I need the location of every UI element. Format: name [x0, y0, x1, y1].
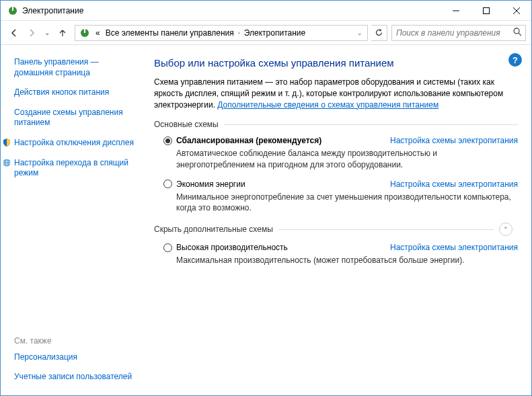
power-options-icon: [79, 28, 90, 38]
chevron-up-icon[interactable]: ⌃: [499, 223, 512, 236]
plan-radio[interactable]: [163, 180, 172, 188]
svg-rect-7: [84, 29, 85, 33]
titlebar: Электропитание: [1, 1, 531, 21]
svg-rect-1: [12, 7, 13, 11]
sidebar-link[interactable]: Персонализация: [14, 352, 135, 363]
plan-settings-link[interactable]: Настройка схемы электропитания: [390, 136, 518, 145]
section-header-main: Основные схемы: [154, 120, 518, 129]
search-input[interactable]: [392, 28, 509, 38]
history-dropdown[interactable]: ⌄: [41, 25, 53, 41]
window-title: Электропитание: [22, 6, 441, 15]
minimize-button[interactable]: [441, 1, 471, 20]
page-heading: Выбор или настройка схемы управления пит…: [154, 57, 518, 69]
see-also-label: См. также: [14, 336, 135, 346]
learn-more-link[interactable]: Дополнительные сведения о схемах управле…: [217, 100, 439, 110]
forward-button[interactable]: [24, 25, 40, 41]
plan-description: Минимальное энергопотребление за счет ум…: [176, 192, 518, 213]
svg-line-9: [519, 33, 521, 36]
address-dropdown[interactable]: ⌄: [354, 30, 366, 36]
svg-rect-3: [483, 7, 489, 13]
back-button[interactable]: [6, 25, 22, 41]
plan-settings-link[interactable]: Настройка схемы электропитания: [390, 243, 518, 252]
power-plan: Экономия энергии Настройка схемы электро…: [163, 180, 518, 213]
plan-radio[interactable]: [163, 243, 172, 252]
up-button[interactable]: [54, 25, 71, 41]
control-panel-home-link[interactable]: Панель управления — домашняя страница: [14, 57, 135, 78]
help-button[interactable]: ?: [508, 53, 522, 67]
search-icon[interactable]: [509, 28, 525, 38]
close-button[interactable]: [501, 1, 531, 20]
power-plan: Высокая производительность Настройка схе…: [163, 243, 518, 266]
svg-point-8: [514, 28, 519, 34]
navbar: ⌄ « Все элементы панели управления › Эле…: [1, 21, 531, 45]
power-options-icon: [7, 5, 18, 16]
chevron-right-icon: ›: [237, 30, 241, 36]
section-header-extra[interactable]: Скрыть дополнительные схемы ⌃: [154, 223, 518, 236]
plan-name[interactable]: Сбалансированная (рекомендуется): [176, 136, 390, 145]
plan-name[interactable]: Высокая производительность: [176, 243, 390, 252]
refresh-button[interactable]: [371, 25, 387, 41]
breadcrumb-seg[interactable]: Все элементы панели управления: [103, 28, 237, 38]
plan-description: Автоматическое соблюдение баланса между …: [176, 148, 518, 169]
shield-icon: [2, 138, 11, 147]
address-bar[interactable]: « Все элементы панели управления › Элект…: [75, 25, 368, 41]
sidebar-link[interactable]: Настройка перехода в спящий режим: [2, 158, 135, 179]
maximize-button[interactable]: [471, 1, 501, 20]
power-plan: Сбалансированная (рекомендуется) Настрой…: [163, 136, 518, 169]
plan-settings-link[interactable]: Настройка схемы электропитания: [390, 180, 518, 189]
breadcrumb-prefix: «: [93, 28, 103, 38]
sidebar-link[interactable]: Действия кнопок питания: [14, 87, 135, 98]
page-description: Схема управления питанием — это набор па…: [154, 77, 518, 110]
sidebar: Панель управления — домашняя страница Де…: [1, 45, 142, 395]
plan-radio[interactable]: [163, 136, 172, 145]
content-area: ? Выбор или настройка схемы управления п…: [142, 45, 531, 395]
sidebar-link-label: Настройка перехода в спящий режим: [14, 158, 135, 179]
sidebar-link-label: Настройка отключения дисплея: [14, 138, 134, 149]
plan-description: Максимальная производительность (может п…: [176, 255, 518, 266]
globe-icon: [2, 158, 11, 167]
breadcrumb-seg[interactable]: Электропитание: [241, 28, 308, 38]
sidebar-link[interactable]: Настройка отключения дисплея: [2, 138, 135, 149]
sidebar-link[interactable]: Создание схемы управления питанием: [14, 108, 135, 128]
sidebar-link[interactable]: Учетные записи пользователей: [14, 372, 135, 383]
search-box[interactable]: [391, 25, 526, 41]
plan-name[interactable]: Экономия энергии: [176, 180, 390, 189]
